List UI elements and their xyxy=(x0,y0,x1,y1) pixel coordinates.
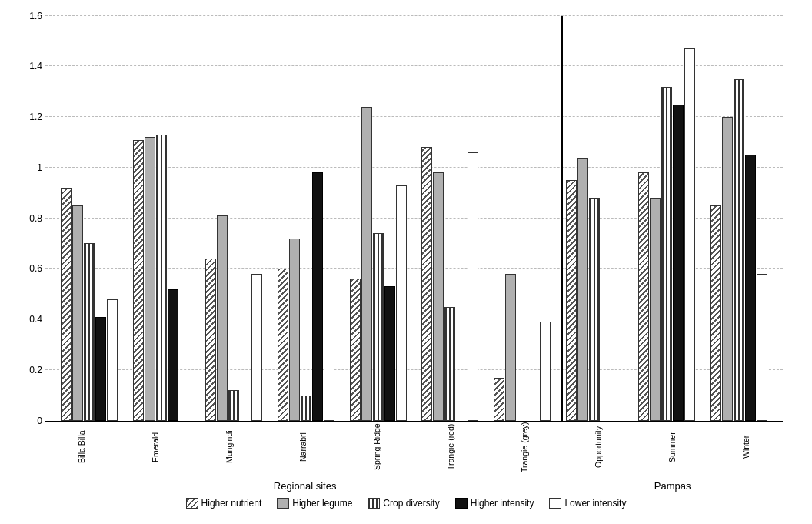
bar xyxy=(289,239,300,421)
bar xyxy=(494,378,504,421)
x-axis-label: Spring Ridge xyxy=(340,422,414,476)
bar xyxy=(61,188,72,420)
group-bars xyxy=(198,16,270,421)
section-label: Regional sites xyxy=(48,480,562,492)
x-axis-label: Emerald xyxy=(118,422,192,476)
bar xyxy=(312,172,323,420)
bar xyxy=(361,107,372,421)
x-axis-label: Trangie (red) xyxy=(414,422,488,476)
legend-label: Higher legume xyxy=(292,498,352,509)
group-bars xyxy=(342,16,414,421)
bar-group xyxy=(631,16,703,421)
bar xyxy=(205,259,216,420)
section-divider xyxy=(561,16,563,421)
legend-swatch xyxy=(455,498,468,509)
bar xyxy=(133,140,144,421)
legend-swatch xyxy=(368,498,380,509)
group-bars xyxy=(270,16,342,421)
legend-label: Lower intensity xyxy=(564,498,626,509)
bar xyxy=(589,198,600,420)
grid-and-bars: 00.20.40.60.811.21.41.6 xyxy=(45,16,783,422)
bar xyxy=(745,155,756,420)
bar xyxy=(638,172,649,420)
bars-area xyxy=(45,16,783,421)
legend-label: Crop diversity xyxy=(383,498,439,509)
bar xyxy=(168,289,178,421)
bar xyxy=(72,205,83,420)
legend-label: Higher intensity xyxy=(471,498,534,509)
bar xyxy=(433,172,444,420)
bar xyxy=(350,279,361,420)
bar-group xyxy=(703,16,775,421)
group-bars xyxy=(486,16,558,421)
section-label: Pampas xyxy=(562,480,783,492)
y-tick-label: 1 xyxy=(37,162,42,173)
bar xyxy=(577,158,588,421)
legend-swatch xyxy=(277,498,289,509)
bar xyxy=(301,396,311,421)
bar xyxy=(710,205,721,420)
bar xyxy=(673,105,684,421)
group-bars xyxy=(558,16,631,421)
bar xyxy=(324,272,334,421)
legend-label: Higher nutrient xyxy=(201,498,262,509)
x-axis-label: Summer xyxy=(635,422,709,476)
y-tick-label: 1.2 xyxy=(29,112,42,122)
group-bars xyxy=(125,16,198,421)
bar xyxy=(278,269,288,420)
bar xyxy=(95,317,106,421)
bar-group xyxy=(270,16,342,421)
bar xyxy=(84,243,95,420)
x-axis-label: Winter xyxy=(709,422,783,476)
legend-item: Higher intensity xyxy=(455,498,534,509)
group-bars xyxy=(414,16,487,421)
bar xyxy=(505,274,516,421)
legend-item: Higher nutrient xyxy=(186,498,262,509)
bar xyxy=(396,185,407,421)
bar xyxy=(444,307,455,421)
x-axis-label: Billa Billa xyxy=(45,422,118,476)
bar xyxy=(650,198,661,420)
bar-group xyxy=(342,16,414,421)
bar xyxy=(566,180,577,420)
bar xyxy=(107,299,118,421)
y-tick-label: 0.4 xyxy=(29,314,42,325)
y-tick-label: 1.6 xyxy=(29,11,42,22)
bar-group xyxy=(53,16,125,421)
y-axis-label xyxy=(22,16,45,476)
y-tick-label: 0.6 xyxy=(29,263,42,274)
bar xyxy=(734,79,744,421)
bar xyxy=(373,233,384,420)
x-axis-label: Trangie (grey) xyxy=(488,422,561,476)
bar xyxy=(384,286,395,420)
bar xyxy=(156,135,167,420)
bar xyxy=(540,322,551,420)
legend-item: Higher legume xyxy=(277,498,352,509)
group-bars xyxy=(53,16,125,421)
bar xyxy=(661,87,672,421)
chart-body: 00.20.40.60.811.21.41.6 Billa BillaEmera… xyxy=(45,16,790,476)
bar-group xyxy=(198,16,270,421)
legend-item: Crop diversity xyxy=(368,498,439,509)
bar xyxy=(251,274,262,421)
legend: Higher nutrientHigher legumeCrop diversi… xyxy=(22,498,790,509)
group-bars xyxy=(631,16,703,421)
y-tick-label: 1.4 xyxy=(29,61,42,72)
y-tick-label: 0.8 xyxy=(29,213,42,224)
bar xyxy=(145,137,155,420)
bar xyxy=(468,152,478,420)
bar-group xyxy=(558,16,631,421)
x-axis-label: Narrabri xyxy=(266,422,340,476)
bar xyxy=(757,274,767,421)
y-tick-label: 0 xyxy=(37,416,42,426)
bar xyxy=(421,147,432,420)
bar-group xyxy=(414,16,487,421)
bar xyxy=(228,390,239,420)
bar xyxy=(684,48,695,420)
legend-swatch xyxy=(549,498,561,509)
x-axis-label: Mungindi xyxy=(192,422,266,476)
bar xyxy=(722,117,733,421)
group-bars xyxy=(703,16,775,421)
bar-group xyxy=(486,16,558,421)
bar-group xyxy=(125,16,198,421)
